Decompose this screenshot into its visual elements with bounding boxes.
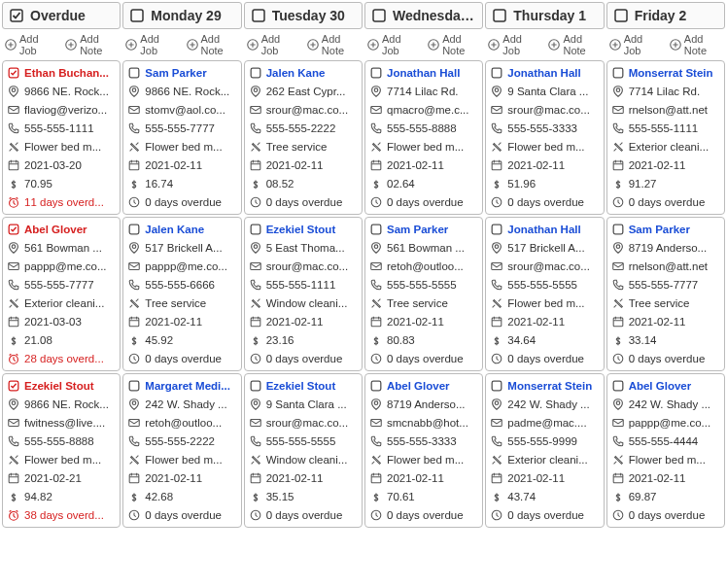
day-column: Tuesday 30 Add Job Add Note Jalen Kane 2… — [244, 2, 363, 528]
checkbox-empty-icon[interactable] — [251, 8, 266, 23]
column-header[interactable]: Friday 2 — [606, 2, 725, 29]
column-title: Wednesday ... — [393, 8, 476, 23]
location-pin-icon — [249, 85, 262, 98]
job-card[interactable]: Ezekiel Stout 9 Santa Clara ... srour@ma… — [244, 373, 363, 528]
card-checkbox-icon[interactable] — [490, 223, 503, 236]
job-card[interactable]: Sam Parker 9866 NE. Rock... stomv@aol.co… — [122, 60, 241, 215]
add-note-button[interactable]: Add Note — [62, 31, 121, 58]
job-card[interactable]: Abel Glover 8719 Anderso... smcnabb@hot.… — [364, 373, 483, 528]
column-header[interactable]: Tuesday 30 — [244, 2, 363, 29]
card-email: retoh@outloo... — [145, 417, 236, 429]
card-checkbox-icon[interactable] — [490, 66, 503, 80]
add-note-button[interactable]: Add Note — [425, 31, 483, 58]
card-checkbox-icon[interactable] — [127, 223, 141, 236]
add-job-button[interactable]: Add Job — [122, 31, 181, 58]
column-header[interactable]: Wednesday ... — [364, 2, 483, 29]
card-checkbox-icon[interactable] — [369, 379, 383, 393]
checkbox-empty-icon[interactable] — [371, 8, 387, 23]
add-job-button[interactable]: Add Job — [244, 31, 302, 58]
card-checkbox-icon[interactable] — [7, 66, 20, 80]
clock-icon — [490, 508, 503, 522]
card-checkbox-icon[interactable] — [7, 223, 20, 236]
clock-icon — [369, 508, 383, 522]
card-address: 561 Bowman ... — [24, 242, 116, 254]
location-pin-icon — [611, 398, 625, 411]
mail-icon — [611, 259, 625, 273]
job-card[interactable]: Abel Glover 242 W. Shady ... pappp@me.co… — [606, 373, 725, 528]
column-header[interactable]: Overdue — [2, 2, 121, 29]
card-service: Tree service — [387, 297, 478, 309]
dollar-icon — [611, 333, 625, 347]
card-email: flaviog@verizo... — [24, 104, 116, 116]
job-card[interactable]: Monserrat Stein 242 W. Shady ... padme@m… — [485, 373, 604, 528]
checkbox-checked-icon[interactable] — [9, 8, 24, 23]
card-amount: 45.92 — [145, 334, 236, 346]
job-card[interactable]: Jonathan Hall 9 Santa Clara ... srour@ma… — [485, 60, 604, 215]
card-email: stomv@aol.co... — [145, 104, 236, 116]
card-checkbox-icon[interactable] — [369, 66, 383, 80]
job-card[interactable]: Sam Parker 561 Bowman ... retoh@outloo..… — [364, 217, 483, 371]
job-card[interactable]: Ezekiel Stout 9866 NE. Rock... fwitness@… — [2, 373, 121, 528]
card-checkbox-icon[interactable] — [611, 379, 625, 393]
phone-icon — [369, 278, 383, 292]
column-header[interactable]: Monday 29 — [122, 2, 241, 29]
card-phone: 555-555-2222 — [145, 435, 236, 447]
job-card[interactable]: Ethan Buchan... 9866 NE. Rock... flaviog… — [2, 60, 121, 215]
card-checkbox-icon[interactable] — [127, 379, 141, 393]
card-date: 2021-02-11 — [507, 316, 599, 328]
job-card[interactable]: Monserrat Stein 7714 Lilac Rd. rnelson@a… — [606, 60, 725, 215]
mail-icon — [490, 259, 503, 273]
card-checkbox-icon[interactable] — [249, 223, 262, 236]
add-note-button[interactable]: Add Note — [667, 31, 725, 58]
card-checkbox-icon[interactable] — [249, 379, 262, 393]
location-pin-icon — [369, 398, 383, 411]
job-card[interactable]: Sam Parker 8719 Anderso... rnelson@att.n… — [606, 217, 725, 371]
job-card[interactable]: Margaret Medi... 242 W. Shady ... retoh@… — [122, 373, 241, 528]
card-date: 2021-02-21 — [24, 472, 116, 484]
card-checkbox-icon[interactable] — [490, 379, 503, 393]
card-checkbox-icon[interactable] — [369, 223, 383, 236]
calendar-icon — [7, 158, 20, 172]
column-title: Monday 29 — [151, 8, 221, 23]
add-job-button[interactable]: Add Job — [2, 31, 60, 58]
job-card[interactable]: Jonathan Hall 517 Brickell A... srour@ma… — [485, 217, 604, 371]
plus-circle-icon — [366, 38, 380, 52]
job-card[interactable]: Jonathan Hall 7714 Lilac Rd. qmacro@me.c… — [364, 60, 483, 215]
phone-icon — [611, 434, 625, 448]
card-email: rnelson@att.net — [629, 104, 720, 116]
card-checkbox-icon[interactable] — [127, 66, 141, 80]
add-note-button[interactable]: Add Note — [304, 31, 363, 58]
job-card[interactable]: Jalen Kane 517 Brickell A... pappp@me.co… — [122, 217, 241, 371]
card-customer-name: Ethan Buchan... — [24, 67, 116, 79]
card-amount: 34.64 — [507, 334, 599, 346]
phone-icon — [7, 278, 20, 292]
card-amount: 69.87 — [629, 491, 720, 502]
card-checkbox-icon[interactable] — [611, 223, 625, 236]
add-job-label: Add Job — [261, 33, 300, 56]
add-job-button[interactable]: Add Job — [606, 31, 665, 58]
card-checkbox-icon[interactable] — [249, 66, 262, 80]
card-amount: 43.74 — [507, 491, 599, 502]
job-card[interactable]: Jalen Kane 262 East Cypr... srour@mac.co… — [244, 60, 363, 215]
checkbox-empty-icon[interactable] — [492, 8, 507, 23]
mail-icon — [127, 103, 141, 117]
column-header[interactable]: Thursday 1 — [485, 2, 604, 29]
card-address: 7714 Lilac Rd. — [387, 86, 478, 97]
card-due: 0 days overdue — [629, 353, 720, 364]
card-address: 561 Bowman ... — [387, 242, 478, 254]
clock-icon — [611, 195, 625, 209]
add-job-button[interactable]: Add Job — [485, 31, 543, 58]
calendar-icon — [249, 315, 262, 329]
add-job-button[interactable]: Add Job — [364, 31, 423, 58]
checkbox-empty-icon[interactable] — [613, 8, 629, 23]
card-phone: 555-555-7777 — [24, 279, 116, 291]
checkbox-empty-icon[interactable] — [129, 8, 145, 23]
job-card[interactable]: Abel Glover 561 Bowman ... pappp@me.co..… — [2, 217, 121, 371]
card-checkbox-icon[interactable] — [611, 66, 625, 80]
mail-icon — [369, 259, 383, 273]
add-note-button[interactable]: Add Note — [184, 31, 242, 58]
card-amount: 70.95 — [24, 178, 116, 190]
add-note-button[interactable]: Add Note — [545, 31, 604, 58]
job-card[interactable]: Ezekiel Stout 5 East Thoma... srour@mac.… — [244, 217, 363, 371]
card-checkbox-icon[interactable] — [7, 379, 20, 393]
